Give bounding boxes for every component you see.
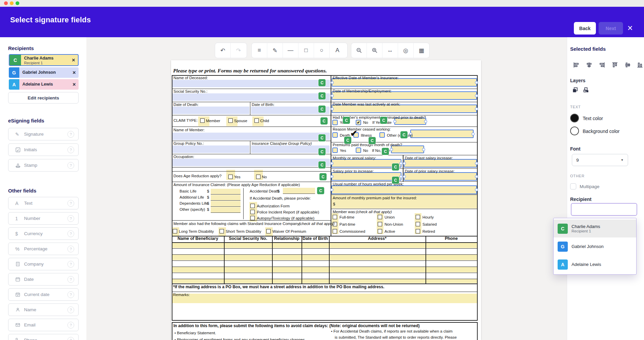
name-field-button[interactable]: Name ?: [8, 303, 79, 316]
percentage-field-button[interactable]: % Percentage ?: [8, 243, 79, 255]
signature-field-button[interactable]: ✎ Signature ?: [8, 128, 79, 140]
dropdown-item-gabriel[interactable]: G Gabriel Johnson: [554, 237, 636, 255]
focus-button[interactable]: ◎: [398, 43, 414, 58]
form-checkbox[interactable]: ✔: [356, 120, 361, 125]
recipient-field-badge[interactable]: C: [368, 137, 376, 144]
form-checkbox[interactable]: [378, 229, 382, 233]
drawn-checkmark[interactable]: ✔: [350, 129, 357, 138]
align-left-icon[interactable]: [573, 62, 580, 68]
form-checkbox[interactable]: [250, 210, 255, 214]
form-checkbox[interactable]: [250, 204, 255, 208]
back-button[interactable]: Back: [574, 22, 596, 35]
help-icon[interactable]: ?: [67, 131, 74, 138]
help-icon[interactable]: ?: [67, 146, 74, 153]
form-checkbox[interactable]: [332, 120, 338, 125]
edit-recipients-button[interactable]: Edit recipients: [8, 92, 79, 104]
remove-recipient-icon[interactable]: ×: [69, 55, 78, 65]
initials-field-button[interactable]: Initials ?: [8, 143, 79, 156]
undo-button[interactable]: ↶: [215, 43, 231, 58]
recipient-chip-gabriel[interactable]: G Gabriel Johnson ×: [9, 67, 79, 78]
form-checkbox[interactable]: [333, 229, 337, 233]
form-checkbox[interactable]: [220, 229, 224, 233]
recipient-field-badge[interactable]: C: [318, 79, 326, 87]
pdf-page[interactable]: ✔ CCCCCCCCCCCCCCCCC✔Please type or print…: [171, 60, 481, 340]
dropdown-item-charlie[interactable]: C Charlie Adams Recipient 1: [554, 220, 636, 237]
help-icon[interactable]: ?: [67, 291, 74, 298]
email-field-button[interactable]: Email ?: [8, 319, 79, 331]
date-field-button[interactable]: Date ?: [8, 273, 79, 286]
form-checkbox[interactable]: [378, 222, 382, 226]
align-bottom-icon[interactable]: [637, 62, 643, 68]
remove-recipient-icon[interactable]: ×: [70, 67, 79, 78]
align-top-icon[interactable]: [611, 62, 618, 68]
selected-text-field[interactable]: [331, 185, 477, 194]
form-checkbox[interactable]: [228, 118, 233, 123]
recipient-field-badge[interactable]: C: [317, 187, 325, 195]
recipient-field-badge[interactable]: C: [342, 116, 350, 124]
ellipse-tool-button[interactable]: ○: [314, 43, 330, 58]
form-checkbox[interactable]: [254, 118, 259, 123]
form-checkbox[interactable]: [416, 215, 420, 219]
recipient-field-badge[interactable]: C: [318, 105, 326, 113]
form-checkbox[interactable]: [379, 132, 385, 138]
fit-width-button[interactable]: ↔: [382, 43, 398, 58]
lavender-field-fill[interactable]: [172, 107, 249, 114]
help-icon[interactable]: ?: [67, 230, 74, 237]
background-color-swatch[interactable]: [570, 127, 579, 135]
recipient-field-badge[interactable]: C: [392, 176, 399, 184]
help-icon[interactable]: ?: [67, 200, 74, 207]
form-checkbox[interactable]: [266, 229, 271, 233]
form-checkbox[interactable]: [228, 175, 233, 179]
form-checkbox[interactable]: [332, 148, 338, 153]
redo-button[interactable]: ↷: [231, 43, 246, 58]
form-checkbox[interactable]: [256, 175, 261, 179]
form-checkbox[interactable]: [333, 215, 337, 219]
font-size-select[interactable]: 9 ▼: [572, 154, 628, 166]
form-checkbox[interactable]: [173, 229, 177, 233]
align-center-horizontal-icon[interactable]: [586, 62, 593, 68]
amount-blank[interactable]: [211, 207, 241, 213]
help-icon[interactable]: ?: [67, 307, 74, 313]
stamp-field-button[interactable]: Stamp ?: [8, 159, 79, 172]
multipage-checkbox[interactable]: [570, 183, 576, 189]
recipient-input[interactable]: [571, 203, 637, 216]
lavender-field-fill[interactable]: [172, 80, 330, 87]
help-icon[interactable]: ?: [67, 322, 74, 328]
next-button[interactable]: Next: [599, 22, 623, 35]
zoom-in-icon[interactable]: [367, 43, 382, 58]
text-tool-button[interactable]: A: [330, 43, 345, 58]
line-tool-button[interactable]: —: [283, 43, 298, 58]
lavender-field-fill[interactable]: [172, 145, 249, 153]
close-icon[interactable]: ×: [627, 23, 633, 33]
help-icon[interactable]: ?: [67, 337, 74, 340]
rectangle-tool-button[interactable]: □: [298, 43, 314, 58]
recipient-field-badge[interactable]: C: [381, 148, 389, 155]
recipient-field-badge[interactable]: C: [392, 163, 399, 171]
help-icon[interactable]: ?: [67, 215, 74, 222]
recipient-field-badge[interactable]: C: [318, 134, 326, 142]
amount-blank[interactable]: [211, 201, 241, 207]
form-checkbox[interactable]: [416, 222, 420, 226]
pencil-tool-button[interactable]: ✎: [267, 43, 283, 58]
recipient-chip-adelaine[interactable]: A Adelaine Lewis ×: [9, 79, 79, 90]
help-icon[interactable]: ?: [67, 276, 74, 283]
minimize-traffic-light[interactable]: [10, 1, 14, 5]
currency-field-button[interactable]: $ Currency ?: [8, 227, 79, 240]
help-icon[interactable]: ?: [67, 246, 74, 252]
recipient-field-badge[interactable]: C: [318, 92, 326, 100]
text-color-swatch[interactable]: [570, 114, 579, 122]
grid-button[interactable]: ▦: [414, 43, 429, 58]
amount-blank[interactable]: [211, 189, 241, 195]
lavender-field-fill[interactable]: [172, 133, 330, 140]
recipient-field-badge[interactable]: C: [320, 117, 328, 125]
align-right-icon[interactable]: [599, 62, 605, 68]
current-date-field-button[interactable]: Current date ?: [8, 288, 79, 301]
lavender-field-fill[interactable]: [172, 159, 330, 166]
zoom-traffic-light[interactable]: [16, 1, 19, 5]
help-icon[interactable]: ?: [67, 162, 74, 169]
remove-recipient-icon[interactable]: ×: [70, 79, 79, 90]
form-checkbox[interactable]: [332, 132, 338, 138]
recipient-field-badge[interactable]: C: [318, 161, 326, 169]
dropdown-item-adelaine[interactable]: A Adelaine Lewis: [554, 255, 636, 273]
lavender-field-fill[interactable]: [172, 93, 330, 101]
